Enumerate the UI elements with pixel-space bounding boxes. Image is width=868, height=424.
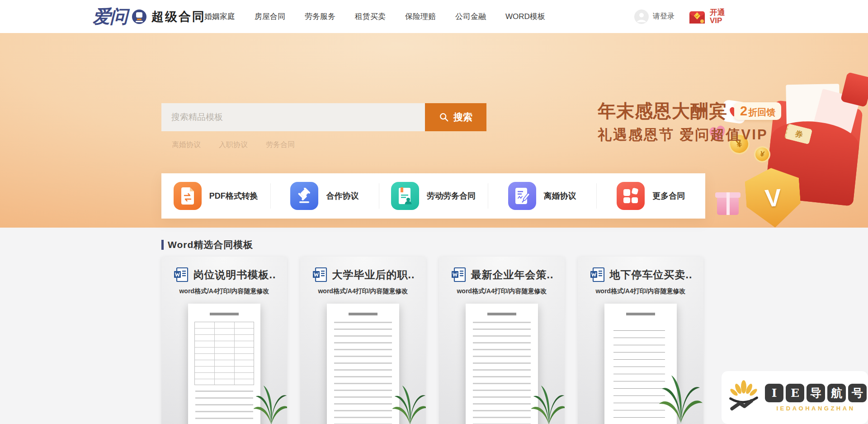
card-title: 大学毕业后的职.. [332,268,415,282]
red-envelope-icon [687,7,707,27]
watermark-subtitle: IEDAOHANGZHAN [776,405,855,412]
card-subtitle: word格式/A4打印/内容随意修改 [161,287,287,295]
promo-title: 年末感恩大酬宾 [598,99,727,124]
document-text-lines [334,322,392,424]
logo-product-text: 超级合同 [151,9,206,25]
red-packet-icon [840,72,868,107]
seal-char: I [765,384,783,402]
promo-discount-badge: 2 折回馈 [734,102,781,120]
open-vip-label: 开通 VIP [710,9,725,25]
category-cooperation-agreement[interactable]: 合作协议 [270,173,379,219]
section-title: Word精选合同模板 [168,238,253,251]
main-nav: 婚姻家庭 房屋合同 劳务服务 租赁买卖 保险理赔 公司金融 WORD模板 [204,0,545,33]
labor-contract-icon [391,182,419,210]
document-preview [466,304,538,424]
card-title: 最新企业年会策.. [471,268,554,282]
card-subtitle: word格式/A4打印/内容随意修改 [300,287,426,295]
avatar-icon [634,10,649,24]
section-heading: Word精选合同模板 [161,238,253,251]
open-vip-button[interactable]: 开通 VIP [687,0,725,33]
template-card-annual-meeting-plan[interactable]: 最新企业年会策.. word格式/A4打印/内容随意修改 [439,257,565,424]
promo-headline: 年末感恩大酬宾 2 折回馈 [598,99,781,124]
plant-decoration [656,371,703,424]
watermark-seal-row: I E 导 航 号 [765,384,867,402]
search-icon [439,112,449,122]
nav-item-labor-service[interactable]: 劳务服务 [305,11,335,22]
category-divorce-agreement[interactable]: 离婚协议 [488,173,597,219]
handshake-logo-icon [724,376,763,419]
nav-item-word-templates[interactable]: WORD模板 [505,11,545,22]
word-file-icon [450,267,467,283]
login-button[interactable]: 请登录 [634,0,675,33]
template-cards-row: 岗位说明书模板.. word格式/A4打印/内容随意修改 [161,257,703,424]
document-text-lines [195,391,253,424]
word-file-icon [173,267,189,283]
plant-decoration [391,381,426,424]
stamp-icon [132,9,147,24]
category-pdf-convert[interactable]: PDF格式转换 [161,173,270,219]
login-label: 请登录 [653,12,675,21]
plant-decoration [529,381,565,424]
site-logo[interactable]: 爱问 超级合同 [93,0,206,33]
search-button-label: 搜索 [453,111,472,124]
nav-item-insurance-claim[interactable]: 保险理赔 [405,11,436,22]
search-button[interactable]: 搜索 [425,103,486,131]
card-title: 地下停车位买卖.. [610,268,693,282]
site-watermark: I E 导 航 号 IEDAOHANGZHAN [722,371,868,424]
document-table [194,322,254,385]
category-more-contracts[interactable]: 更多合同 [596,173,705,219]
nav-item-corporate-finance[interactable]: 公司金融 [455,11,486,22]
document-text-lines [473,322,531,424]
card-title: 岗位说明书模板.. [193,268,276,282]
seal-char: 导 [807,384,825,402]
gavel-icon [290,182,318,210]
document-preview [327,304,399,424]
hot-link-labor[interactable]: 劳务合同 [266,140,295,150]
word-file-icon [311,267,328,283]
promo-subtitle: 礼遇感恩节 爱问超值VIP [598,125,768,144]
nav-item-marriage-family[interactable]: 婚姻家庭 [204,11,235,22]
heading-accent-bar [161,240,164,250]
pdf-convert-icon [174,182,202,210]
nav-item-lease-trade[interactable]: 租赁买卖 [355,11,386,22]
template-card-job-description[interactable]: 岗位说明书模板.. word格式/A4打印/内容随意修改 [161,257,287,424]
header: 爱问 超级合同 婚姻家庭 房屋合同 劳务服务 租赁买卖 保险理赔 公司金融 WO… [0,0,868,33]
logo-brand-text: 爱问 [93,4,127,29]
seal-char: E [786,384,804,402]
hot-search-links: 离婚协议 入职协议 劳务合同 [172,140,295,150]
divorce-agreement-icon [508,182,536,210]
hero-banner: 搜索 离婚协议 入职协议 劳务合同 年末感恩大酬宾 2 折回馈 礼遇感恩节 爱问… [0,33,868,228]
document-preview [188,304,260,424]
word-file-icon [589,267,605,283]
seal-char: 航 [827,384,846,402]
category-band: PDF格式转换 合作协议 [161,173,705,219]
nav-item-house-contract[interactable]: 房屋合同 [255,11,285,22]
template-card-parking-space-sale[interactable]: 地下停车位买卖.. word格式/A4打印/内容随意修改 [578,257,703,424]
card-subtitle: word格式/A4打印/内容随意修改 [439,287,565,295]
more-contracts-icon [617,182,645,210]
seal-char: 号 [848,384,867,402]
search-input[interactable] [161,103,425,131]
plant-decoration [252,381,287,424]
page: 爱问 超级合同 婚姻家庭 房屋合同 劳务服务 租赁买卖 保险理赔 公司金融 WO… [0,0,868,424]
category-labor-contract[interactable]: 劳动劳务合同 [379,173,488,219]
hot-link-divorce[interactable]: 离婚协议 [172,140,201,150]
template-card-graduate-career[interactable]: 大学毕业后的职.. word格式/A4打印/内容随意修改 [300,257,426,424]
gift-box-icon [717,197,739,215]
card-subtitle: word格式/A4打印/内容随意修改 [578,287,703,295]
hot-link-onboarding[interactable]: 入职协议 [219,140,248,150]
